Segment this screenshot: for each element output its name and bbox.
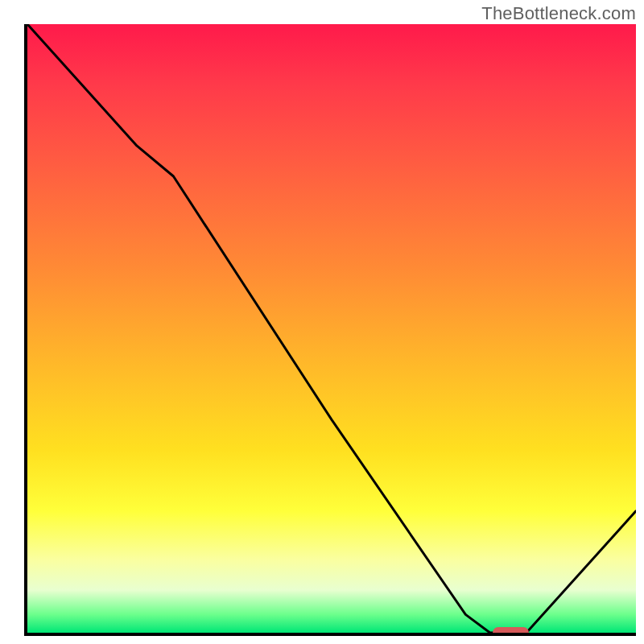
chart-container: TheBottleneck.com bbox=[0, 0, 644, 644]
optimal-range-marker bbox=[493, 627, 530, 636]
curve-svg bbox=[27, 24, 636, 633]
plot-area bbox=[24, 24, 636, 636]
bottleneck-curve-path bbox=[27, 24, 636, 633]
watermark-text: TheBottleneck.com bbox=[481, 3, 636, 24]
